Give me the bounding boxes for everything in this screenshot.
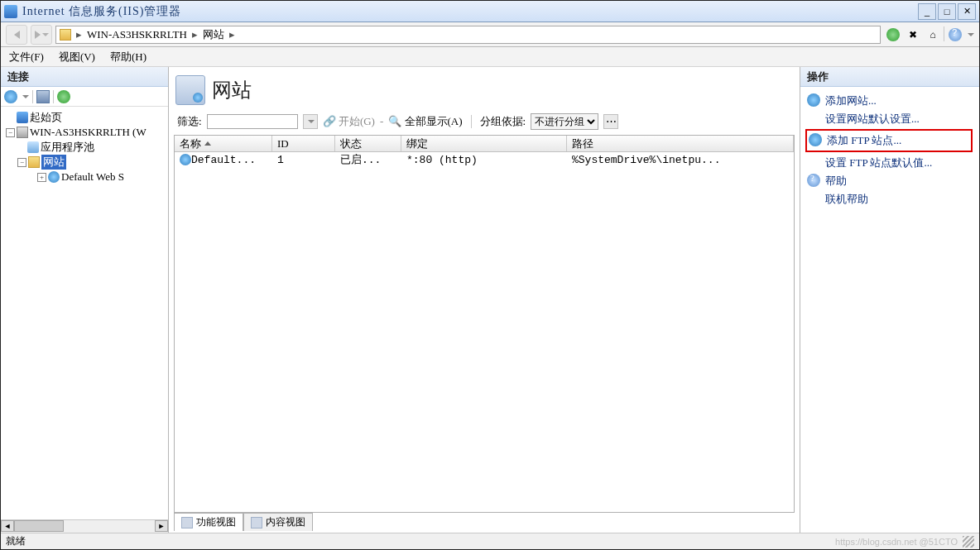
action-site-defaults[interactable]: 设置网站默认设置... <box>807 110 973 128</box>
scroll-right-button[interactable]: ► <box>155 520 168 532</box>
help-icon <box>807 174 820 187</box>
chevron-down-icon <box>42 33 49 36</box>
site-icon <box>180 154 191 165</box>
app-window: Internet 信息服务(IIS)管理器 _ □ ✕ ▸ WIN-AS3HSK… <box>0 0 980 550</box>
body: 连接 起始页 − WIN-AS3HSKRRLTH (W <box>1 67 979 533</box>
connections-toolbar <box>1 87 168 107</box>
site-icon <box>48 171 60 183</box>
refresh-icon[interactable] <box>57 90 70 103</box>
nav-home-icon[interactable]: ⌂ <box>924 26 942 43</box>
view-tabs: 功能视图 内容视图 <box>174 513 795 531</box>
folder-icon <box>60 29 71 41</box>
nav-forward-button[interactable] <box>31 25 52 45</box>
content-icon <box>251 517 262 528</box>
start-button[interactable]: 🔗 开始(G) <box>323 114 375 129</box>
nav-bar: ▸ WIN-AS3HSKRRLTH ▸ 网站 ▸ ✖ ⌂ <box>1 22 979 47</box>
action-online-help[interactable]: 联机帮助 <box>807 190 973 208</box>
start-page-icon <box>17 112 28 123</box>
collapse-icon[interactable]: − <box>6 128 15 137</box>
app-icon <box>4 5 17 18</box>
close-button[interactable]: ✕ <box>958 3 976 20</box>
highlight-box: 添加 FTP 站点... <box>805 129 973 152</box>
col-state-header[interactable]: 状态 <box>335 136 401 151</box>
breadcrumb-server[interactable]: WIN-AS3HSKRRLTH <box>87 28 187 41</box>
connections-pane: 连接 起始页 − WIN-AS3HSKRRLTH (W <box>1 67 169 533</box>
groupby-extra-button[interactable]: ⋯ <box>603 114 618 129</box>
globe-icon <box>807 93 820 107</box>
grid-body: Default... 1 已启... *:80 (http) %SystemDr… <box>175 152 794 512</box>
nav-back-button[interactable] <box>6 25 27 45</box>
arrow-right-icon <box>35 31 41 39</box>
menu-help[interactable]: 帮助(H) <box>110 50 147 65</box>
action-ftp-defaults[interactable]: 设置 FTP 站点默认值... <box>807 154 973 172</box>
chevron-down-icon[interactable] <box>22 95 29 98</box>
col-id-header[interactable]: ID <box>272 136 335 151</box>
filter-label: 筛选: <box>177 114 202 129</box>
menu-file[interactable]: 文件(F) <box>9 50 44 65</box>
app-pool-icon <box>27 141 39 153</box>
sites-large-icon <box>175 75 205 105</box>
col-path-header[interactable]: 路径 <box>567 136 794 151</box>
action-help[interactable]: 帮助 <box>807 172 973 190</box>
tree-selected-label: 网站 <box>41 155 66 170</box>
col-name-header[interactable]: 名称 <box>175 136 272 151</box>
show-all-button[interactable]: 🔍 全部显示(A) <box>388 114 462 129</box>
action-add-ftp-site[interactable]: 添加 FTP 站点... <box>809 132 969 150</box>
sort-asc-icon <box>204 141 211 146</box>
filter-go-button[interactable] <box>303 114 318 129</box>
statusbar: 就绪 https://blog.csdn.net @51CTO <box>1 533 979 549</box>
scroll-left-button[interactable]: ◄ <box>1 520 14 532</box>
chevron-down-icon[interactable] <box>968 33 974 36</box>
breadcrumb[interactable]: ▸ WIN-AS3HSKRRLTH ▸ 网站 ▸ <box>55 26 881 44</box>
center-header: 网站 <box>174 70 795 112</box>
filter-bar: 筛选: 🔗 开始(G) - 🔍 全部显示(A) 分组依据: 不进行分组 ⋯ <box>174 112 795 133</box>
nav-refresh-icon[interactable] <box>884 26 902 43</box>
actions-pane: 操作 添加网站... 设置网站默认设置... 添加 FTP 站点... 设置 F… <box>800 67 979 533</box>
window-title: Internet 信息服务(IIS)管理器 <box>22 4 918 19</box>
page-title: 网站 <box>212 77 252 103</box>
globe-icon <box>809 133 822 146</box>
features-icon <box>181 517 193 528</box>
resize-grip-icon[interactable] <box>963 536 974 548</box>
breadcrumb-sep-icon: ▸ <box>192 28 198 41</box>
save-icon[interactable] <box>36 90 50 103</box>
connect-icon[interactable] <box>4 90 17 103</box>
table-row[interactable]: Default... 1 已启... *:80 (http) %SystemDr… <box>175 152 794 167</box>
folder-icon <box>28 156 40 168</box>
col-bind-header[interactable]: 绑定 <box>401 136 567 151</box>
menu-view[interactable]: 视图(V) <box>59 50 95 65</box>
arrow-left-icon <box>14 31 20 39</box>
tab-content-view[interactable]: 内容视图 <box>243 513 313 531</box>
watermark-text: https://blog.csdn.net @51CTO <box>835 537 958 547</box>
tree-server-node[interactable]: − WIN-AS3HSKRRLTH (W <box>4 125 168 140</box>
breadcrumb-node[interactable]: 网站 <box>203 27 224 42</box>
actions-list: 添加网站... 设置网站默认设置... 添加 FTP 站点... 设置 FTP … <box>800 87 979 533</box>
maximize-button[interactable]: □ <box>938 3 956 20</box>
left-h-scrollbar[interactable]: ◄ ► <box>1 519 168 533</box>
titlebar: Internet 信息服务(IIS)管理器 _ □ ✕ <box>1 1 979 22</box>
groupby-select[interactable]: 不进行分组 <box>531 113 598 130</box>
server-icon <box>17 127 28 138</box>
nav-stop-icon[interactable]: ✖ <box>904 26 922 43</box>
tree-app-pools[interactable]: 应用程序池 <box>4 140 168 155</box>
grid-header: 名称 ID 状态 绑定 路径 <box>175 136 794 152</box>
expand-icon[interactable]: + <box>37 173 46 182</box>
breadcrumb-sep-icon: ▸ <box>76 28 82 41</box>
breadcrumb-sep-icon: ▸ <box>229 28 235 41</box>
center-pane: 网站 筛选: 🔗 开始(G) - 🔍 全部显示(A) 分组依据: 不进行分组 ⋯… <box>169 67 800 533</box>
groupby-label: 分组依据: <box>480 114 526 129</box>
collapse-icon[interactable]: − <box>17 158 26 167</box>
scroll-thumb[interactable] <box>14 520 64 532</box>
nav-help-icon[interactable] <box>946 26 964 43</box>
minimize-button[interactable]: _ <box>918 3 936 20</box>
tree-sites-node[interactable]: − 网站 <box>4 155 168 170</box>
sites-grid: 名称 ID 状态 绑定 路径 Default... 1 已启... *:80 (… <box>174 135 795 513</box>
tab-features-view[interactable]: 功能视图 <box>174 513 243 531</box>
tree-start-page[interactable]: 起始页 <box>4 110 168 125</box>
status-text: 就绪 <box>6 534 26 548</box>
menubar: 文件(F) 视图(V) 帮助(H) <box>1 47 979 67</box>
tree-default-site[interactable]: + Default Web S <box>4 170 168 184</box>
filter-input[interactable] <box>207 114 298 129</box>
action-add-website[interactable]: 添加网站... <box>807 92 973 110</box>
actions-header: 操作 <box>800 67 979 87</box>
